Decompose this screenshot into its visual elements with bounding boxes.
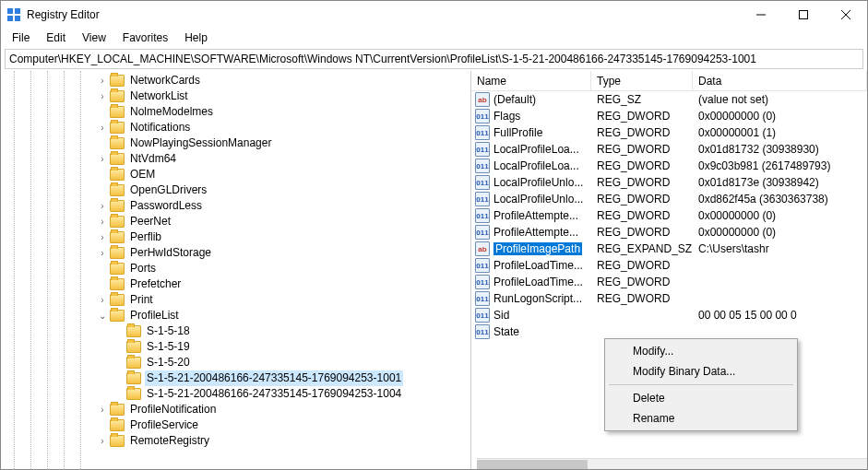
tree-item[interactable]: ›RemoteRegistry: [3, 433, 470, 449]
tree-pane[interactable]: ›NetworkCards›NetworkList›NolmeModelmes›…: [1, 71, 471, 470]
chevron-right-icon[interactable]: ›: [97, 91, 108, 102]
menubar: File Edit View Favorites Help: [1, 29, 867, 47]
folder-icon: [110, 247, 125, 259]
tree-item[interactable]: ›S-1-5-21-200486166-247335145-1769094253…: [3, 386, 470, 402]
chevron-right-icon[interactable]: ›: [97, 217, 108, 228]
menu-file[interactable]: File: [5, 29, 37, 46]
tree-item-label: PasswordLess: [128, 198, 204, 214]
binary-value-icon: 011: [475, 324, 490, 339]
value-row[interactable]: 011LocalProfileLoa...REG_DWORD0x9c03b981…: [471, 158, 867, 174]
close-button[interactable]: [825, 1, 867, 29]
value-name: ProfileAttempte...: [493, 226, 578, 239]
tree-item[interactable]: ›Print: [3, 292, 470, 308]
ctx-modify-binary[interactable]: Modify Binary Data...: [607, 361, 795, 382]
binary-value-icon: 011: [475, 308, 490, 323]
folder-icon: [110, 200, 125, 212]
chevron-right-icon[interactable]: ›: [97, 405, 108, 416]
app-icon: [6, 7, 21, 22]
maximize-button[interactable]: [782, 1, 825, 29]
horizontal-scrollbar[interactable]: [477, 458, 867, 470]
value-row[interactable]: 011RunLogonScript...REG_DWORD: [471, 290, 867, 307]
ctx-rename[interactable]: Rename: [607, 408, 795, 429]
address-bar[interactable]: Computer\HKEY_LOCAL_MACHINE\SOFTWARE\Mic…: [5, 49, 863, 69]
tree-item[interactable]: ›Prefetcher: [3, 276, 470, 292]
chevron-right-icon[interactable]: ›: [97, 436, 108, 447]
col-header-type[interactable]: Type: [591, 71, 693, 90]
tree-item-label: PeerNet: [128, 214, 172, 229]
ctx-modify[interactable]: Modify...: [607, 341, 795, 361]
value-data: C:\Users\tashr: [693, 242, 867, 255]
binary-value-icon: 011: [475, 291, 490, 306]
tree-item[interactable]: ›ProfileNotification: [3, 402, 470, 417]
value-row[interactable]: 011FlagsREG_DWORD0x00000000 (0): [471, 108, 867, 124]
tree-item[interactable]: ›S-1-5-18: [3, 323, 470, 339]
tree-item[interactable]: ›ProfileService: [3, 417, 470, 433]
folder-icon: [110, 294, 125, 306]
value-row[interactable]: 011LocalProfileLoa...REG_DWORD0x01d81732…: [471, 141, 867, 158]
col-header-name[interactable]: Name: [471, 71, 591, 90]
tree-item[interactable]: ›NtVdm64: [3, 151, 470, 167]
tree-item[interactable]: ›PerHwIdStorage: [3, 245, 470, 261]
menu-help[interactable]: Help: [177, 29, 215, 46]
ctx-delete[interactable]: Delete: [607, 388, 795, 408]
tree-item[interactable]: ›OpenGLDrivers: [3, 182, 470, 198]
folder-icon: [110, 137, 125, 149]
scrollbar-thumb[interactable]: [477, 460, 588, 470]
value-row[interactable]: 011ProfileLoadTime...REG_DWORD: [471, 274, 867, 290]
tree-item[interactable]: ›NetworkList: [3, 88, 470, 104]
folder-icon: [126, 341, 141, 353]
chevron-right-icon[interactable]: ›: [97, 295, 108, 306]
chevron-right-icon[interactable]: ›: [97, 232, 108, 243]
tree-item[interactable]: ›PasswordLess: [3, 198, 470, 214]
value-row[interactable]: 011LocalProfileUnlo...REG_DWORD0xd862f45…: [471, 191, 867, 207]
tree-item[interactable]: ›NolmeModelmes: [3, 104, 470, 120]
value-row[interactable]: 011FullProfileREG_DWORD0x00000001 (1): [471, 124, 867, 141]
tree-item-label: Notifications: [128, 120, 192, 135]
value-row[interactable]: abProfileImagePathREG_EXPAND_SZC:\Users\…: [471, 241, 867, 257]
chevron-right-icon[interactable]: ›: [97, 248, 108, 259]
chevron-right-icon[interactable]: ›: [97, 76, 108, 87]
menu-view[interactable]: View: [75, 29, 113, 46]
minimize-button[interactable]: [740, 1, 782, 29]
tree-item[interactable]: ›OEM: [3, 167, 470, 182]
value-type: REG_DWORD: [591, 226, 693, 239]
chevron-right-icon[interactable]: ›: [97, 154, 108, 165]
tree-item-label: S-1-5-21-200486166-247335145-1769094253-…: [145, 386, 403, 402]
value-row[interactable]: 011ProfileAttempte...REG_DWORD0x00000000…: [471, 224, 867, 241]
folder-icon: [110, 169, 125, 181]
tree-item-label: Perflib: [128, 229, 163, 245]
tree-item[interactable]: ›S-1-5-21-200486166-247335145-1769094253…: [3, 370, 470, 386]
menu-edit[interactable]: Edit: [39, 29, 73, 46]
chevron-right-icon[interactable]: ›: [97, 201, 108, 212]
values-pane[interactable]: Name Type Data ab(Default)REG_SZ(value n…: [471, 71, 867, 470]
folder-icon: [110, 310, 125, 322]
svg-rect-1: [15, 8, 20, 14]
tree-item-label: NetworkList: [128, 88, 190, 104]
value-name: ProfileLoadTime...: [493, 276, 583, 288]
tree-item[interactable]: ›PeerNet: [3, 214, 470, 229]
menu-favorites[interactable]: Favorites: [115, 29, 175, 46]
svg-rect-3: [15, 16, 20, 21]
tree-item[interactable]: ›NowPlayingSessionManager: [3, 135, 470, 151]
value-type: REG_DWORD: [591, 126, 693, 139]
tree-item-label: OpenGLDrivers: [128, 182, 208, 198]
ctx-separator: [609, 384, 793, 385]
tree-item[interactable]: ›S-1-5-20: [3, 355, 470, 370]
tree-item[interactable]: ›NetworkCards: [3, 73, 470, 88]
value-row[interactable]: 011LocalProfileUnlo...REG_DWORD0x01d8173…: [471, 174, 867, 191]
context-menu: Modify... Modify Binary Data... Delete R…: [604, 338, 798, 431]
list-header: Name Type Data: [471, 71, 867, 91]
value-row[interactable]: 011Sid00 00 05 15 00 00 0: [471, 307, 867, 323]
tree-item[interactable]: ›Perflib: [3, 229, 470, 245]
col-header-data[interactable]: Data: [693, 71, 867, 90]
value-row[interactable]: ab(Default)REG_SZ(value not set): [471, 91, 867, 108]
tree-item[interactable]: ›Notifications: [3, 120, 470, 135]
value-name: LocalProfileLoa...: [493, 143, 579, 156]
tree-item[interactable]: ›Ports: [3, 261, 470, 276]
chevron-down-icon[interactable]: ⌄: [97, 311, 108, 322]
tree-item[interactable]: ›S-1-5-19: [3, 339, 470, 355]
chevron-right-icon[interactable]: ›: [97, 123, 108, 134]
tree-item[interactable]: ⌄ProfileList: [3, 308, 470, 323]
value-row[interactable]: 011ProfileAttempte...REG_DWORD0x00000000…: [471, 207, 867, 224]
value-row[interactable]: 011ProfileLoadTime...REG_DWORD: [471, 257, 867, 274]
